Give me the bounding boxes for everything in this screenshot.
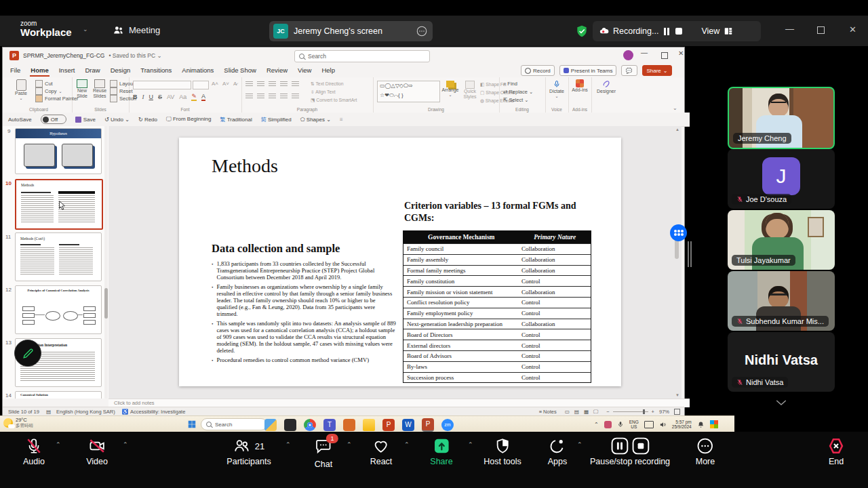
font-color-icon[interactable]: A: [201, 93, 205, 101]
shared-screen-options-icon[interactable]: [416, 25, 428, 37]
ppt-menu-tab[interactable]: Slide Show: [223, 64, 257, 77]
ppt-menu-tab[interactable]: Review: [266, 64, 288, 77]
ppt-menu-tab[interactable]: File: [9, 64, 21, 77]
tray-clock[interactable]: 5:57 pm25/9/2024: [672, 420, 692, 429]
slide-thumbnail-9[interactable]: Hypotheses: [15, 128, 102, 174]
outlook-app-icon[interactable]: [343, 419, 355, 431]
stop-recording-icon[interactable]: [675, 28, 682, 35]
chat-button[interactable]: 1 Chat: [315, 437, 332, 469]
dropbox-badge-icon[interactable]: [670, 224, 687, 241]
addins-button[interactable]: Add-ins: [570, 79, 590, 93]
ppt-account-avatar[interactable]: [623, 50, 633, 60]
accessibility-status[interactable]: Accessibility: Investigate: [130, 409, 185, 415]
align-right-icon[interactable]: [269, 94, 276, 100]
decrease-indent-icon[interactable]: [269, 81, 276, 87]
powerpoint-app-icon[interactable]: P: [382, 419, 395, 431]
slide-sorter-icon[interactable]: ▤: [574, 409, 579, 415]
ppt-comments-icon[interactable]: 💬: [621, 65, 637, 76]
pause-stop-recording-button[interactable]: Pause/stop recording: [590, 437, 670, 466]
arrange-button[interactable]: Arrange⌄: [441, 81, 460, 98]
justify-icon[interactable]: [280, 94, 288, 100]
line-spacing-icon[interactable]: [292, 81, 299, 87]
notepad-app-icon[interactable]: [284, 419, 296, 431]
grow-font-icon[interactable]: A˄: [212, 81, 218, 87]
tray-mic-icon[interactable]: [617, 420, 624, 428]
ppt-present-in-teams-button[interactable]: Present in Teams: [559, 65, 617, 76]
slideshow-icon[interactable]: 🖵: [593, 409, 598, 415]
strikethrough-button[interactable]: S: [158, 94, 162, 100]
video-button[interactable]: Video: [86, 437, 108, 466]
host-tools-button[interactable]: Host tools: [484, 437, 521, 466]
paste-button[interactable]: Paste⌄: [11, 79, 31, 101]
font-name-box[interactable]: [133, 81, 191, 89]
find-button[interactable]: ⌕ Find: [503, 80, 533, 88]
thumbnail-scrollbar-track[interactable]: [104, 126, 108, 399]
audio-options-chevron-icon[interactable]: ⌃: [56, 441, 61, 448]
end-meeting-button[interactable]: End: [827, 437, 845, 466]
change-case-icon[interactable]: Aa: [179, 94, 186, 100]
react-button[interactable]: React: [370, 437, 393, 466]
canvas-scroll-down-icon[interactable]: ▼: [675, 393, 679, 397]
ppt-restore-button[interactable]: [661, 52, 668, 59]
select-button[interactable]: ⇱ Select ⌄: [503, 96, 533, 104]
notes-button[interactable]: ≡ Notes: [539, 409, 557, 415]
current-slide[interactable]: Methods Data collection and sample •1,83…: [179, 138, 621, 386]
powerpoint-active-app-icon[interactable]: P: [422, 418, 434, 432]
ppt-close-button[interactable]: ✕: [678, 49, 684, 57]
ppt-menu-tab[interactable]: Transitions: [140, 64, 172, 77]
shared-screen-pill[interactable]: JC Jeremy Cheng's screen: [269, 21, 433, 41]
audio-button[interactable]: Audio: [23, 437, 45, 466]
bold-button[interactable]: B: [133, 94, 138, 100]
tab-meeting[interactable]: Meeting: [113, 24, 160, 36]
language-indicator[interactable]: English (Hong Kong SAR): [56, 409, 115, 415]
zoom-in-icon[interactable]: +: [652, 409, 654, 415]
spellcheck-icon[interactable]: ▤: [46, 409, 51, 415]
share-screen-button[interactable]: Share: [430, 437, 452, 466]
clear-format-icon[interactable]: A̷: [233, 81, 237, 87]
qat-overflow-icon[interactable]: ≡: [340, 117, 343, 123]
replace-button[interactable]: ⇄ Replace ⌄: [503, 88, 533, 96]
panel-resize-handle[interactable]: [688, 241, 689, 267]
tray-volume-icon[interactable]: [659, 421, 667, 428]
share-options-chevron-icon[interactable]: ⌃: [468, 441, 473, 448]
ppt-menu-tab[interactable]: View: [297, 64, 312, 77]
shapes-gallery[interactable]: ▭◯△▽◇⬠⇨☆❤⬭⌒{ }: [377, 81, 440, 102]
columns-icon[interactable]: [292, 94, 299, 100]
canvas-scroll-up-icon[interactable]: ▲: [675, 127, 679, 131]
reuse-slides-button[interactable]: Reuse Slides: [91, 79, 108, 98]
tray-expand-chevron-icon[interactable]: ⌃: [594, 422, 599, 428]
slide-thumbnail-10-selected[interactable]: Methods: [15, 179, 103, 230]
taskbar-weather-widget[interactable]: 29°C 多雲時晴: [3, 418, 33, 428]
pause-recording-icon[interactable]: [610, 437, 628, 455]
undo-button[interactable]: ↺ Undo ⌄: [104, 117, 130, 123]
participants-options-chevron-icon[interactable]: ⌃: [285, 441, 291, 448]
thumbnail-scrollbar-thumb[interactable]: [104, 288, 108, 319]
participant-tile-jeremy[interactable]: Jeremy Cheng: [728, 87, 835, 149]
new-slide-button[interactable]: New Slide: [73, 79, 91, 98]
chrome-app-icon[interactable]: [304, 419, 316, 431]
file-explorer-icon[interactable]: [363, 419, 375, 431]
shapes-qat-button[interactable]: ⬠ Shapes ⌄: [300, 117, 331, 123]
ribbon-collapse-chevron-icon[interactable]: ⌄: [673, 105, 677, 111]
reading-view-icon[interactable]: ▦: [584, 409, 589, 415]
start-button-icon[interactable]: [187, 420, 197, 429]
font-size-box[interactable]: [193, 81, 209, 89]
text-direction-button[interactable]: ⇅ Text Direction: [311, 80, 357, 88]
taskbar-search-input[interactable]: Search: [201, 418, 267, 430]
autosave-toggle[interactable]: Off: [41, 115, 66, 124]
quick-styles-button[interactable]: Quick Styles: [461, 81, 479, 99]
align-left-icon[interactable]: [245, 94, 253, 100]
participants-button[interactable]: 21 Participants: [226, 437, 271, 466]
tray-notifications-bell-icon[interactable]: [697, 421, 705, 428]
annotation-pencil-button[interactable]: [14, 340, 41, 367]
ppt-menu-tab[interactable]: Home: [30, 64, 49, 77]
traditional-button[interactable]: 繁 Traditional: [220, 116, 252, 123]
slide-thumbnail-11[interactable]: Methods (Con't): [15, 232, 102, 281]
slide-thumbnail-12[interactable]: Principles of Canonical Correlation Anal…: [15, 285, 102, 334]
ppt-record-button[interactable]: Record: [521, 65, 555, 76]
redo-button[interactable]: ↻ Redo: [138, 117, 157, 123]
more-participants-chevron-icon[interactable]: [775, 399, 787, 407]
ppt-menu-tab[interactable]: Design: [110, 64, 132, 77]
shrink-font-icon[interactable]: A˅: [222, 81, 229, 87]
simplified-button[interactable]: 简 Simplified: [261, 116, 292, 123]
